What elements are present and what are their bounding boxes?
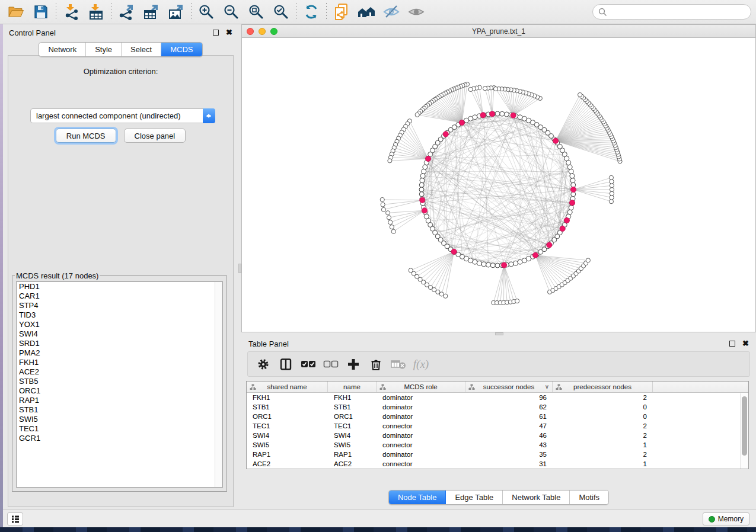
table-row[interactable]: YOX1YOX1connector291 (247, 469, 748, 469)
table-tabbar: Node Table Edge Table Network Table Moti… (388, 490, 609, 505)
save-session-icon[interactable] (28, 2, 53, 22)
column-header-shared-name[interactable]: shared name (247, 382, 328, 392)
control-panel-title: Control Panel (9, 28, 213, 37)
zoom-selected-icon[interactable] (269, 2, 294, 22)
zoom-fit-icon[interactable] (244, 2, 269, 22)
mcds-list-scrollbar[interactable] (215, 282, 222, 487)
table-row[interactable]: SWI4SWI4dominator462 (247, 431, 748, 440)
table-row[interactable]: ORC1ORC1dominator610 (247, 412, 748, 421)
close-table-panel-icon[interactable]: ✖ (742, 341, 749, 347)
show-panels-menu-icon[interactable] (7, 512, 23, 525)
show-all-icon[interactable] (404, 2, 429, 22)
mcds-result-node[interactable]: STB1 (17, 405, 222, 415)
close-panel-icon[interactable]: ✖ (226, 30, 232, 36)
tab-mcds[interactable]: MCDS (161, 43, 202, 56)
criterion-selected-value: largest connected component (undirected) (31, 111, 203, 120)
table-scrollbar-thumb[interactable] (742, 396, 747, 456)
mcds-result-node[interactable]: RAP1 (17, 396, 222, 405)
column-header-predecessor-nodes[interactable]: predecessor nodes (553, 382, 653, 392)
mcds-result-node[interactable]: YOX1 (17, 320, 222, 329)
table-cell: connector (377, 422, 465, 430)
status-bar: Memory (0, 509, 756, 527)
node-table: shared namenameMCDS rolesuccessor nodes∨… (246, 381, 749, 469)
desktop-wallpaper-bottom (0, 527, 756, 532)
mcds-result-node[interactable]: GCR1 (17, 434, 222, 443)
table-row[interactable]: FKH1FKH1dominator962 (247, 393, 748, 402)
table-row[interactable]: SWI5SWI5connector431 (247, 440, 748, 450)
table-cell: 2 (553, 451, 653, 458)
tab-style[interactable]: Style (86, 43, 122, 56)
network-view-window: YPA_prune.txt_1 (241, 24, 756, 332)
export-image-icon[interactable] (164, 2, 189, 22)
search-field[interactable] (592, 4, 751, 20)
float-table-panel-icon[interactable] (729, 341, 735, 347)
mcds-result-node[interactable]: SRD1 (17, 339, 222, 348)
column-type-icon (556, 384, 562, 390)
open-file-icon[interactable] (4, 2, 28, 22)
import-table-icon[interactable] (84, 2, 109, 22)
window-minimize-icon[interactable] (259, 28, 266, 35)
close-panel-button[interactable]: Close panel (124, 129, 186, 143)
tab-network[interactable]: Network (39, 43, 86, 56)
mcds-result-node[interactable]: FKH1 (17, 358, 222, 367)
column-header-MCDS-role[interactable]: MCDS role (377, 382, 465, 392)
network-canvas[interactable] (242, 38, 755, 332)
table-row[interactable]: RAP1RAP1dominator352 (247, 450, 748, 459)
clear-table-icon[interactable] (389, 355, 408, 374)
table-cell: dominator (377, 432, 465, 439)
mcds-result-node[interactable]: ACE2 (17, 367, 222, 377)
memory-button[interactable]: Memory (703, 512, 749, 525)
deselect-all-checkboxes-icon[interactable] (321, 355, 340, 374)
zoom-out-icon[interactable] (219, 2, 244, 22)
function-builder-icon[interactable]: f(x) (412, 355, 430, 374)
clone-network-icon[interactable] (329, 2, 354, 22)
mcds-result-node[interactable]: SWI5 (17, 415, 222, 424)
tab-edge-table[interactable]: Edge Table (446, 491, 503, 504)
import-network-icon[interactable] (59, 2, 84, 22)
mcds-result-node[interactable]: TID3 (17, 310, 222, 320)
criterion-select[interactable]: largest connected component (undirected) (30, 108, 215, 123)
show-columns-icon[interactable] (276, 355, 295, 374)
float-panel-icon[interactable] (213, 30, 219, 36)
window-maximize-icon[interactable] (270, 28, 277, 35)
table-cell: TEC1 (247, 422, 328, 430)
tab-select[interactable]: Select (122, 43, 161, 56)
table-settings-icon[interactable] (254, 355, 273, 374)
table-cell: 62 (465, 403, 553, 411)
column-header-successor-nodes[interactable]: successor nodes∨ (465, 382, 553, 392)
memory-status-icon (709, 516, 715, 523)
table-panel: Table Panel ✖ (241, 335, 756, 509)
mcds-result-node[interactable]: STP4 (17, 301, 222, 310)
search-input[interactable] (611, 8, 751, 17)
mcds-result-node[interactable]: CAR1 (17, 291, 222, 301)
first-neighbors-icon[interactable] (354, 2, 379, 22)
column-header-name[interactable]: name (328, 382, 377, 392)
table-row[interactable]: TEC1TEC1connector472 (247, 421, 748, 431)
mcds-result-node[interactable]: TEC1 (17, 424, 222, 434)
refresh-icon[interactable] (299, 2, 324, 22)
tab-network-table[interactable]: Network Table (503, 491, 570, 504)
export-network-icon[interactable] (114, 2, 139, 22)
network-window-titlebar[interactable]: YPA_prune.txt_1 (242, 25, 755, 38)
zoom-in-icon[interactable] (194, 2, 219, 22)
table-scrollbar[interactable] (740, 393, 748, 469)
main-toolbar (0, 0, 756, 24)
run-mcds-button[interactable]: Run MCDS (56, 129, 116, 143)
window-close-icon[interactable] (247, 28, 254, 35)
mcds-result-list[interactable]: PHD1CAR1STP4TID3YOX1SWI4SRD1PMA2FKH1ACE2… (16, 281, 223, 488)
select-all-checkboxes-icon[interactable] (299, 355, 318, 374)
add-column-icon[interactable] (344, 355, 363, 374)
hide-selected-icon[interactable] (379, 2, 404, 22)
mcds-result-node[interactable]: PHD1 (17, 282, 222, 291)
tab-node-table[interactable]: Node Table (389, 491, 446, 504)
tab-motifs[interactable]: Motifs (570, 491, 608, 504)
table-cell: 43 (465, 441, 553, 448)
export-table-icon[interactable] (139, 2, 164, 22)
delete-columns-icon[interactable] (366, 355, 385, 374)
table-row[interactable]: STB1STB1dominator620 (247, 402, 748, 412)
mcds-result-node[interactable]: ORC1 (17, 386, 222, 396)
mcds-result-node[interactable]: SWI4 (17, 329, 222, 339)
mcds-result-node[interactable]: PMA2 (17, 348, 222, 358)
mcds-result-node[interactable]: STB5 (17, 377, 222, 386)
table-row[interactable]: ACE2ACE2connector311 (247, 459, 748, 469)
